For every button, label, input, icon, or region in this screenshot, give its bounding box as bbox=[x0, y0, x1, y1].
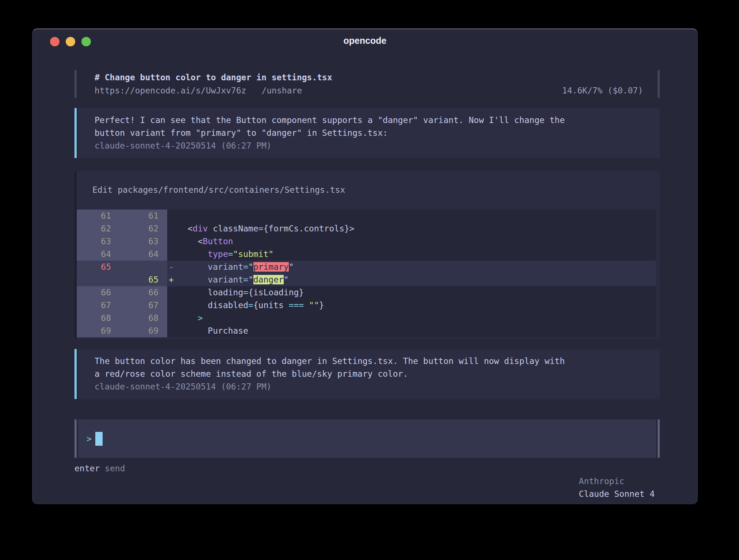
zoom-window-button[interactable] bbox=[81, 37, 91, 46]
diff-row: 6262 <div className={formCs.controls}> bbox=[77, 222, 656, 235]
send-action-hint: send bbox=[105, 462, 125, 504]
old-line-number: 65 bbox=[77, 261, 120, 273]
new-line-number: 65 bbox=[120, 273, 167, 286]
minimize-window-button[interactable] bbox=[66, 37, 75, 46]
share-url-link[interactable]: https://opencode.ai/s/UwJxv76z bbox=[95, 84, 246, 97]
old-line-number: 69 bbox=[77, 325, 120, 337]
diff-sign bbox=[167, 286, 177, 299]
share-right-border bbox=[658, 70, 660, 98]
old-line-number: 68 bbox=[77, 312, 120, 325]
diff-row: 6969 Purchase bbox=[77, 325, 656, 337]
old-line-number: 63 bbox=[77, 235, 120, 248]
diff-row: 65- variant="primary" bbox=[77, 261, 656, 273]
model-name: Claude Sonnet 4 bbox=[579, 489, 655, 499]
diff-row: 6161 bbox=[77, 210, 656, 222]
diff-row: 65+ variant="danger" bbox=[77, 273, 656, 286]
diff-row: 6666 loading={isLoading} bbox=[77, 286, 656, 299]
diff-sign bbox=[167, 222, 177, 235]
new-line-number: 69 bbox=[120, 325, 167, 337]
old-line-number bbox=[77, 273, 120, 286]
old-line-number: 66 bbox=[77, 286, 120, 299]
diff-sign bbox=[167, 325, 177, 337]
code-line: Purchase bbox=[177, 325, 656, 337]
prompt-input[interactable]: > bbox=[78, 419, 656, 458]
send-action-hint bbox=[100, 462, 105, 504]
text-cursor bbox=[95, 432, 103, 446]
message-accent-bar bbox=[74, 108, 77, 158]
code-line: <Button bbox=[177, 235, 656, 248]
new-line-number: 62 bbox=[120, 222, 167, 235]
message-text: button variant from "primary" to "danger… bbox=[95, 127, 660, 139]
new-line-number: 67 bbox=[120, 299, 167, 312]
opencode-window: opencode # Change button color to danger… bbox=[32, 28, 698, 504]
code-line: variant="primary" bbox=[177, 261, 656, 273]
input-right-border bbox=[658, 419, 660, 458]
close-window-button[interactable] bbox=[50, 37, 60, 46]
session-title: # Change button color to danger in setti… bbox=[95, 71, 658, 84]
code-line: <div className={formCs.controls}> bbox=[177, 222, 656, 235]
old-line-number: 67 bbox=[77, 299, 120, 312]
diff-row: 6363 <Button bbox=[77, 235, 656, 248]
message-text: Perfect! I can see that the Button compo… bbox=[95, 114, 660, 127]
enter-key-hint: enter bbox=[74, 462, 100, 504]
diff-sign bbox=[167, 299, 177, 312]
code-line: type="submit" bbox=[177, 248, 656, 261]
prompt-chevron: > bbox=[87, 434, 92, 444]
diff-row: 6868 > bbox=[77, 312, 656, 325]
new-line-number: 64 bbox=[120, 248, 167, 261]
share-header: # Change button color to danger in setti… bbox=[74, 70, 660, 98]
diff-sign bbox=[167, 312, 177, 325]
message-accent-bar bbox=[74, 349, 77, 399]
diff-row: 6464 type="submit" bbox=[77, 248, 656, 261]
message-text: The button color has been changed to dan… bbox=[95, 355, 660, 368]
diff-sign: + bbox=[167, 273, 177, 286]
assistant-message: The button color has been changed to dan… bbox=[74, 349, 660, 399]
traffic-lights bbox=[50, 37, 91, 46]
old-line-number: 62 bbox=[77, 222, 120, 235]
message-model-timestamp: claude-sonnet-4-20250514 (06:27 PM) bbox=[95, 380, 660, 393]
new-line-number: 66 bbox=[120, 286, 167, 299]
new-line-number bbox=[120, 261, 167, 273]
input-left-border bbox=[74, 419, 77, 458]
edit-file-path: Edit packages/frontend/src/containers/Se… bbox=[77, 184, 656, 196]
diff-sign: - bbox=[167, 261, 177, 273]
code-line bbox=[177, 210, 656, 222]
new-line-number: 63 bbox=[120, 235, 167, 248]
assistant-message: Perfect! I can see that the Button compo… bbox=[74, 108, 660, 158]
diff-sign bbox=[167, 210, 177, 222]
model-indicator: Anthropic Claude Sonnet 4 bbox=[539, 462, 655, 504]
diff-sign bbox=[167, 248, 177, 261]
token-usage-cost: 14.6K/7% ($0.07) bbox=[562, 84, 643, 97]
code-line: > bbox=[177, 312, 656, 325]
unshare-command[interactable]: /unshare bbox=[261, 84, 302, 97]
old-line-number: 64 bbox=[77, 248, 120, 261]
code-line: loading={isLoading} bbox=[177, 286, 656, 299]
new-line-number: 68 bbox=[120, 312, 167, 325]
model-provider: Anthropic bbox=[579, 476, 629, 486]
prompt-input-row: > bbox=[74, 419, 660, 458]
diff-row: 6767 disabled={units === ""} bbox=[77, 299, 656, 312]
diff-sign bbox=[167, 235, 177, 248]
old-line-number: 61 bbox=[77, 210, 120, 222]
code-line: variant="danger" bbox=[177, 273, 656, 286]
message-text: a red/rose color scheme instead of the b… bbox=[95, 368, 660, 380]
new-line-number: 61 bbox=[120, 210, 167, 222]
message-model-timestamp: claude-sonnet-4-20250514 (06:27 PM) bbox=[95, 139, 660, 152]
hints-row: enter send Anthropic Claude Sonnet 4 bbox=[74, 462, 660, 504]
diff-table: 61616262 <div className={formCs.controls… bbox=[77, 210, 656, 337]
code-line: disabled={units === ""} bbox=[177, 299, 656, 312]
titlebar: opencode bbox=[32, 29, 697, 52]
edit-diff-card: Edit packages/frontend/src/containers/Se… bbox=[74, 171, 660, 339]
window-title: opencode bbox=[343, 35, 386, 46]
